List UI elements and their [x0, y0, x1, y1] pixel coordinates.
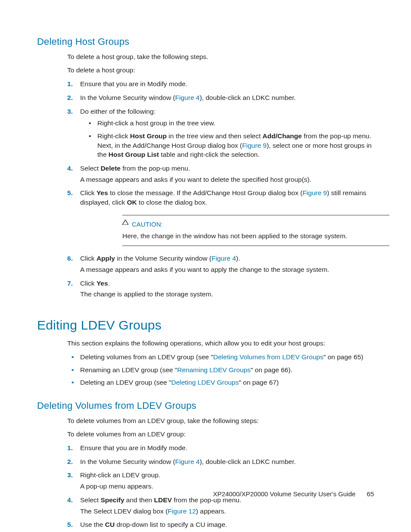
step-sub: A message appears and asks if you want t… [80, 265, 374, 274]
caution-block: CAUTION: Here, the change in the window … [122, 215, 389, 246]
step-sub: A message appears and asks if you want t… [80, 175, 374, 184]
list-item: Renaming an LDEV group (see "Renaming LD… [80, 365, 374, 375]
paragraph: This section explains the following oper… [67, 339, 374, 348]
cross-ref-link[interactable]: Deleting Volumes from LDEV Groups [213, 353, 324, 361]
list-item: Right-click a host group in the tree vie… [89, 118, 374, 128]
list-item: Deleting an LDEV group (see "Deleting LD… [80, 378, 374, 387]
figure-link[interactable]: Figure 9 [242, 142, 267, 149]
list-item: Select Delete from the pop-up menu. A me… [80, 164, 374, 184]
ordered-list: Ensure that you are in Modify mode. In t… [67, 443, 374, 529]
list-item: Click Yes to close the message. If the A… [80, 188, 374, 246]
figure-link[interactable]: Figure 4 [175, 94, 200, 101]
step-sub: The change is applied to the storage sys… [80, 289, 374, 299]
step-sub: The Select LDEV dialog box (Figure 12) a… [80, 507, 374, 516]
caution-text: Here, the change in the window has not b… [122, 231, 389, 241]
figure-link[interactable]: Figure 4 [212, 255, 236, 262]
paragraph: To delete volumes from an LDEV group: [67, 429, 374, 439]
page-number: 65 [367, 490, 374, 498]
list-item: Click Yes. The change is applied to the … [80, 279, 374, 299]
list-item: Deleting volumes from an LDEV group (see… [80, 352, 374, 362]
figure-link[interactable]: Figure 9 [302, 189, 327, 196]
heading-deleting-host-groups: Deleting Host Groups [37, 35, 374, 49]
list-item: Right-click an LDEV group. A pop-up menu… [80, 470, 374, 491]
figure-link[interactable]: Figure 4 [175, 458, 200, 465]
caution-icon [122, 220, 128, 225]
bullet-list: Deleting volumes from an LDEV group (see… [67, 352, 374, 387]
figure-link[interactable]: Figure 12 [168, 507, 196, 515]
caution-label: CAUTION: [132, 220, 163, 229]
paragraph: To delete volumes from an LDEV group, ta… [67, 416, 374, 426]
ordered-list: Ensure that you are in Modify mode. In t… [67, 79, 374, 299]
list-item: Use the CU drop-down list to specify a C… [80, 520, 374, 529]
cross-ref-link[interactable]: Deleting LDEV Groups [171, 379, 239, 386]
list-item: Ensure that you are in Modify mode. [80, 443, 374, 453]
cross-ref-link[interactable]: Renaming LDEV Groups [177, 366, 251, 373]
svg-marker-0 [122, 220, 128, 225]
paragraph: To delete a host group: [67, 65, 374, 75]
paragraph: To delete a host group, take the followi… [67, 52, 374, 62]
page-footer: XP24000/XP20000 Volume Security User's G… [213, 489, 374, 498]
list-item: Do either of the following: Right-click … [80, 107, 374, 159]
list-item: Click Apply in the Volume Security windo… [80, 254, 374, 274]
heading-editing-ldev-groups: Editing LDEV Groups [37, 316, 374, 334]
list-item: In the Volume Security window (Figure 4)… [80, 93, 374, 103]
list-item: In the Volume Security window (Figure 4)… [80, 457, 374, 467]
footer-doc-title: XP24000/XP20000 Volume Security User's G… [213, 490, 356, 498]
page-content: Deleting Host Groups To delete a host gr… [0, 0, 411, 532]
list-item: Right-click Host Group in the tree view … [89, 131, 374, 159]
bullet-list: Right-click a host group in the tree vie… [89, 118, 374, 159]
list-item: Ensure that you are in Modify mode. [80, 79, 374, 89]
heading-deleting-volumes: Deleting Volumes from LDEV Groups [37, 399, 374, 413]
